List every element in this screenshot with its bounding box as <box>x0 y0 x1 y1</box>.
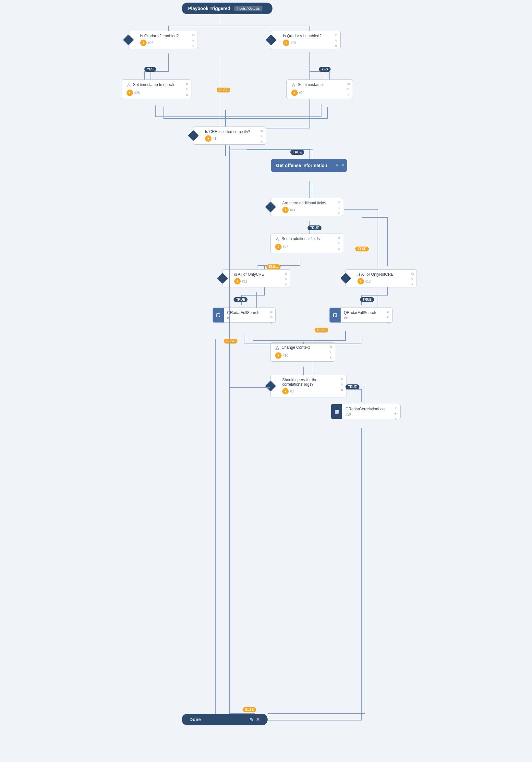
edit-icon-add[interactable]: ✎ <box>337 206 341 210</box>
svg-rect-15 <box>217 316 219 317</box>
copy-icon-cre[interactable]: ⧉ <box>259 129 264 133</box>
delete-icon-cre[interactable]: ✕ <box>259 140 264 144</box>
svg-marker-2 <box>127 84 130 87</box>
node-actions-ctx: ⧉ ✎ ✕ <box>328 344 333 360</box>
node-actions-query: ⧉ ✎ ✕ <box>340 377 344 393</box>
node-id-26: #26 <box>148 41 153 45</box>
edit-icon-setup[interactable]: ✎ <box>337 241 341 246</box>
eye-icon-corr[interactable]: 👁 <box>394 412 398 416</box>
edit-offense-icon[interactable]: ✎ <box>336 163 339 168</box>
copy-icon-v1[interactable]: ⧉ <box>334 33 338 38</box>
change-context-node: Change Context #10 ⧉ ✎ ✕ <box>270 342 335 362</box>
node-actions-corr: ⧉ 👁 ✎ <box>394 406 398 422</box>
delete-icon-v1[interactable]: ✕ <box>334 44 338 49</box>
svg-marker-6 <box>208 137 209 140</box>
copy-icon-corr[interactable]: ⧉ <box>394 406 398 411</box>
edit-icon-ctx[interactable]: ✎ <box>328 350 333 354</box>
delete-icon-setup[interactable]: ✕ <box>337 247 341 252</box>
node-actions-epoch: ⧉ ✎ ✕ <box>185 82 189 97</box>
delete-icon-cre2[interactable]: ✕ <box>283 282 288 287</box>
node-actions-additional: ⧉ ✎ ✕ <box>337 200 341 216</box>
delete-icon-add[interactable]: ✕ <box>337 211 341 216</box>
edit-icon-corr[interactable]: ✎ <box>394 417 398 422</box>
true-badge-ncre: TRUE <box>360 297 374 302</box>
is-all-not-cre-node: is All or OnlyNotCRE #12 ⧉ ✎ ✕ <box>345 269 417 287</box>
qradar-2-title: QRadarFullSearch <box>344 310 381 315</box>
copy-icon-epoch[interactable]: ⧉ <box>185 82 189 86</box>
edit-icon-ts[interactable]: ✎ <box>346 87 351 92</box>
edit-icon[interactable]: ✎ <box>191 38 195 43</box>
edit-icon-q[interactable]: ✎ <box>340 382 344 387</box>
setup-additional-node: Setup additional fields #23 ⧉ ✎ ✕ <box>270 234 343 253</box>
node-id-7: #7 <box>227 316 231 320</box>
copy-icon-ts[interactable]: ⧉ <box>346 82 351 86</box>
node-id-23: #23 <box>283 245 288 249</box>
eye-icon-qr2[interactable]: 👁 <box>386 315 390 320</box>
node-id-29: #29 <box>299 91 305 95</box>
eye-icon-qr1[interactable]: 👁 <box>269 315 273 320</box>
copy-icon[interactable]: ⧉ <box>191 33 195 38</box>
copy-icon-ncre[interactable]: ⧉ <box>410 271 415 276</box>
copy-icon-qr2[interactable]: ⧉ <box>386 310 390 314</box>
lightning-context <box>275 352 281 359</box>
edit-icon-cre2[interactable]: ✎ <box>283 277 288 281</box>
svg-marker-9 <box>278 245 279 249</box>
set-timestamp-title: Set timestamp <box>298 82 323 87</box>
edit-icon-epoch[interactable]: ✎ <box>185 87 189 92</box>
edit-icon-ncre[interactable]: ✎ <box>410 277 415 281</box>
set-timestamp-node: Set timestamp #29 ⧉ ✎ ✕ <box>286 79 353 99</box>
svg-marker-0 <box>143 41 144 44</box>
node-id-28: #28 <box>134 91 140 95</box>
is-qradar-v2-node: Is Qradar v2 enabled? #26 ⧉ ✎ ✕ <box>128 31 198 49</box>
edit-icon-qr1[interactable]: ✎ <box>269 321 273 325</box>
delete-icon-ts[interactable]: ✕ <box>346 93 351 97</box>
true-badge-query: TRUE <box>345 384 359 389</box>
done-title: Done <box>190 717 201 722</box>
delete-icon-q[interactable]: ✕ <box>340 388 344 393</box>
node-actions-cre: ⧉ ✎ ✕ <box>259 129 264 144</box>
svg-rect-13 <box>217 314 220 315</box>
is-cre-title: Is CRE inserted correctly? <box>205 129 254 134</box>
is-all-only-cre-node: is All or OnlyCRE #11 ⧉ ✎ ✕ <box>222 269 290 287</box>
is-cre-node: Is CRE inserted correctly? #1 ⧉ ✎ ✕ <box>193 126 266 145</box>
delete-done-icon[interactable]: ✕ <box>256 717 260 722</box>
yes-badge-v1: YES <box>319 67 331 72</box>
workflow-canvas: Playbook Triggered Inputs / Outputs Is Q… <box>118 0 414 762</box>
edit-icon-qr2[interactable]: ✎ <box>386 321 390 325</box>
node-id-15: #15 <box>344 316 349 320</box>
svg-rect-26 <box>336 413 337 413</box>
is-all-not-cre-title: is All or OnlyNotCRE <box>357 272 405 277</box>
svg-marker-10 <box>237 280 238 283</box>
delete-icon[interactable]: ✕ <box>191 44 195 49</box>
node-id-25: #25 <box>291 41 296 45</box>
edit-done-icon[interactable]: ✎ <box>250 717 253 722</box>
copy-icon-q[interactable]: ⧉ <box>340 377 344 381</box>
lightning-icon-v2 <box>140 39 147 46</box>
svg-marker-7 <box>285 208 286 211</box>
delete-icon-ncre[interactable]: ✕ <box>410 282 415 287</box>
svg-marker-8 <box>276 238 279 241</box>
copy-icon-qr1[interactable]: ⧉ <box>269 310 273 314</box>
node-actions-qr1: ⧉ 👁 ✎ <box>269 310 273 325</box>
copy-icon-ctx[interactable]: ⧉ <box>328 344 333 349</box>
svg-rect-19 <box>334 316 336 317</box>
copy-icon-setup[interactable]: ⧉ <box>337 236 341 240</box>
edit-icon-cre[interactable]: ✎ <box>259 134 264 139</box>
delete-offense-icon[interactable]: ✕ <box>341 163 344 168</box>
svg-marker-20 <box>276 346 279 350</box>
copy-icon-add[interactable]: ⧉ <box>337 200 341 205</box>
qradar-1-title: QRadarFullSearch <box>227 310 264 315</box>
playbook-triggered-node: Playbook Triggered Inputs / Outputs <box>182 3 272 14</box>
edit-icon-v1[interactable]: ✎ <box>334 38 338 43</box>
node-actions-setup: ⧉ ✎ ✕ <box>337 236 341 252</box>
svg-rect-24 <box>336 411 338 411</box>
correlation-title: QRadarCorrelationLog <box>345 407 389 411</box>
copy-icon-cre2[interactable]: ⧉ <box>283 271 288 276</box>
inputs-outputs-badge[interactable]: Inputs / Outputs <box>234 6 263 11</box>
node-id-10: #10 <box>283 354 288 357</box>
setup-additional-title: Setup additional fields <box>281 237 320 241</box>
qradar-fullsearch-2-node: QRadarFullSearch #15 ⧉ 👁 ✎ <box>329 308 393 323</box>
node-actions-not-cre: ⧉ ✎ ✕ <box>410 271 415 287</box>
delete-icon-epoch[interactable]: ✕ <box>185 93 189 97</box>
delete-icon-ctx[interactable]: ✕ <box>328 355 333 360</box>
